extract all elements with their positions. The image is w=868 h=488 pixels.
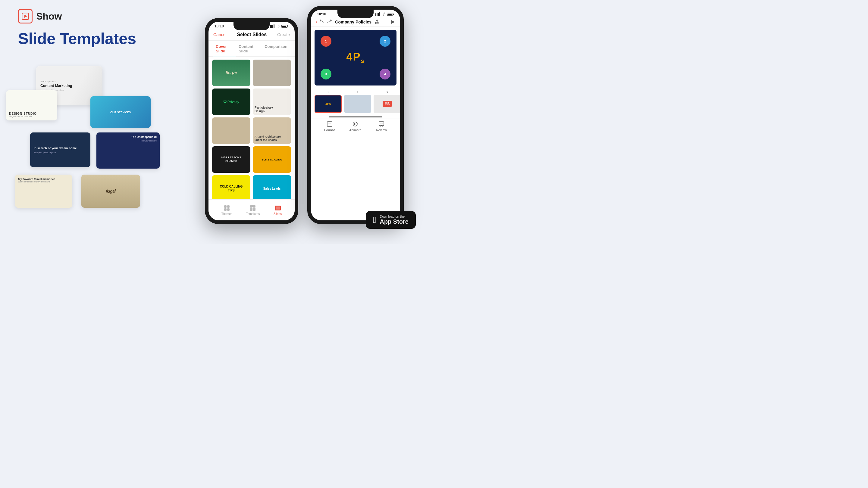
p1-nav-templates[interactable]: Templates bbox=[246, 205, 260, 216]
p2-play-icon[interactable] bbox=[391, 20, 395, 24]
phone-2-notch bbox=[337, 10, 374, 18]
svg-rect-14 bbox=[250, 205, 255, 207]
preview-travel[interactable]: My Favorite Travel memories Work hard ma… bbox=[15, 174, 72, 208]
preview-ikigai[interactable]: Ikigai bbox=[81, 174, 140, 208]
p2-redo-icon[interactable] bbox=[327, 20, 332, 24]
p1-nav-themes[interactable]: Themes bbox=[221, 205, 232, 216]
app-logo-icon bbox=[18, 9, 33, 24]
dh-title: In search of your dream home bbox=[34, 146, 77, 150]
uu-sub: The future is here bbox=[140, 140, 157, 142]
svg-rect-13 bbox=[227, 208, 229, 211]
p2-thumb-1[interactable]: 4Ps bbox=[314, 95, 342, 113]
ig-label: Ikigai bbox=[106, 189, 116, 194]
sales-label: Sales Leads bbox=[263, 187, 281, 190]
p1-bottom-nav: Themes Templates Slides bbox=[209, 199, 294, 220]
svg-rect-21 bbox=[378, 13, 379, 16]
svg-rect-11 bbox=[227, 205, 229, 208]
preview-design-studio[interactable]: DESIGN STUDIO elegant spaces naturally bbox=[6, 90, 57, 121]
p2-tool-review[interactable]: Review bbox=[376, 121, 387, 132]
cm-corp-label: Silar Corporation bbox=[40, 80, 56, 83]
format-label: Format bbox=[324, 128, 335, 132]
svg-rect-12 bbox=[224, 208, 226, 211]
p1-navigation: Cancel Select Slides Create bbox=[209, 30, 294, 41]
fourps-promotion: 4 bbox=[380, 69, 391, 79]
svg-rect-8 bbox=[282, 26, 286, 27]
slide-thumb-sales[interactable]: Sales Leads bbox=[253, 175, 291, 202]
app-store-big-text: App Store bbox=[380, 218, 408, 225]
blitz-label: BLITZ SCALING bbox=[261, 158, 282, 161]
tab-comparison[interactable]: Comparison bbox=[262, 43, 290, 56]
cm-title: Content Marketing bbox=[40, 84, 72, 88]
svg-rect-36 bbox=[379, 122, 384, 126]
svg-rect-27 bbox=[375, 22, 379, 24]
p1-create-btn[interactable]: Create bbox=[277, 32, 290, 37]
p2-bottom-toolbar: Format Animate Review bbox=[311, 119, 400, 134]
svg-rect-19 bbox=[375, 13, 376, 16]
preview-our-services[interactable]: OUR SERVICES bbox=[90, 96, 151, 128]
svg-rect-20 bbox=[377, 13, 377, 16]
p2-add-icon[interactable] bbox=[383, 20, 388, 24]
p1-time: 10:10 bbox=[215, 24, 224, 28]
app-name: Show bbox=[36, 11, 62, 22]
dh-sub: Find your perfect space bbox=[34, 152, 56, 154]
slide-thumb-art[interactable]: Art and Architectureunder the Cholas bbox=[253, 118, 291, 144]
logo-area: Show bbox=[18, 9, 62, 24]
tr-sub: Work hard make money and travel bbox=[18, 181, 69, 183]
fourps-price: 2 bbox=[380, 36, 391, 47]
apple-icon:  bbox=[373, 215, 376, 225]
p2-share-icon[interactable] bbox=[375, 20, 380, 24]
slide-thumb-book[interactable] bbox=[253, 60, 291, 86]
phone-1: 10:10 Cancel Select Slides Create Cover … bbox=[205, 18, 298, 224]
app-store-button[interactable]:  Download on the App Store bbox=[366, 211, 416, 229]
svg-rect-22 bbox=[379, 12, 380, 16]
slide-thumb-ikigai[interactable]: Ikigai bbox=[212, 60, 250, 86]
p2-back-btn[interactable]: ‹ bbox=[316, 19, 317, 25]
svg-rect-16 bbox=[253, 207, 255, 211]
svg-rect-15 bbox=[250, 207, 252, 211]
tab-cover-slide[interactable]: Cover Slide bbox=[213, 43, 236, 56]
themes-label: Themes bbox=[221, 212, 232, 216]
slide-thumb-mba[interactable]: MBA LESSONSCHAMPS bbox=[212, 146, 250, 173]
p1-status-icons bbox=[270, 24, 289, 28]
slide-thumb-privacy[interactable]: 🛡 Privacy bbox=[212, 89, 250, 115]
animate-label: Animate bbox=[349, 128, 361, 132]
slide-grid: Ikigai 🛡 Privacy ParticipatoryDesign Art… bbox=[209, 57, 294, 216]
p2-thumb-2[interactable] bbox=[344, 95, 371, 113]
p1-cancel-btn[interactable]: Cancel bbox=[213, 32, 226, 37]
slide-thumb-blitz[interactable]: BLITZ SCALING bbox=[253, 146, 291, 173]
ds-sub: elegant spaces naturally bbox=[9, 115, 32, 118]
mba-label: MBA LESSONSCHAMPS bbox=[221, 156, 241, 163]
p1-tabs: Cover Slide Content Slide Comparison bbox=[209, 41, 294, 57]
os-label: OUR SERVICES bbox=[110, 111, 131, 114]
participatory-label: ParticipatoryDesign bbox=[255, 106, 273, 113]
phone-1-notch bbox=[234, 22, 270, 30]
p2-time: 10:10 bbox=[317, 12, 326, 16]
svg-rect-4 bbox=[272, 25, 273, 28]
preview-unstoppable[interactable]: The Unstoppable UI The future is here bbox=[96, 132, 160, 169]
ikigai-label: Ikigai bbox=[226, 70, 237, 75]
cold-label: COLD CALLINGTIPS bbox=[220, 185, 243, 192]
slide-thumb-study[interactable] bbox=[212, 118, 250, 144]
slide-thumb-participatory[interactable]: ParticipatoryDesign bbox=[253, 89, 291, 115]
p2-tool-animate[interactable]: Animate bbox=[349, 121, 361, 132]
app-store-text: Download on the App Store bbox=[380, 215, 408, 225]
tab-content-slide[interactable]: Content Slide bbox=[236, 43, 262, 56]
review-label: Review bbox=[376, 128, 387, 132]
p1-nav-slides[interactable]: Slides bbox=[274, 205, 282, 216]
slide-thumb-cold[interactable]: COLD CALLINGTIPS bbox=[212, 175, 250, 202]
fourps-place: 3 bbox=[320, 69, 332, 79]
svg-marker-1 bbox=[24, 15, 27, 18]
page-title: Slide Templates bbox=[18, 30, 136, 47]
p2-header: ‹ Company Policies bbox=[311, 18, 400, 27]
preview-dream-home[interactable]: In search of your dream home Find your p… bbox=[30, 132, 90, 167]
p2-thumbnail-row: 1 4Ps 2 3 CONTATTEN bbox=[311, 89, 400, 115]
svg-rect-3 bbox=[271, 25, 272, 28]
svg-rect-10 bbox=[224, 205, 226, 208]
slides-label: Slides bbox=[274, 212, 282, 216]
p2-undo-icon[interactable] bbox=[320, 20, 324, 24]
svg-marker-30 bbox=[391, 20, 395, 24]
fourps-product: 1 bbox=[320, 36, 332, 47]
p2-tool-format[interactable]: Format bbox=[324, 121, 335, 132]
p2-thumb-3[interactable]: CONTATTEN bbox=[374, 95, 400, 113]
svg-rect-2 bbox=[270, 25, 271, 28]
